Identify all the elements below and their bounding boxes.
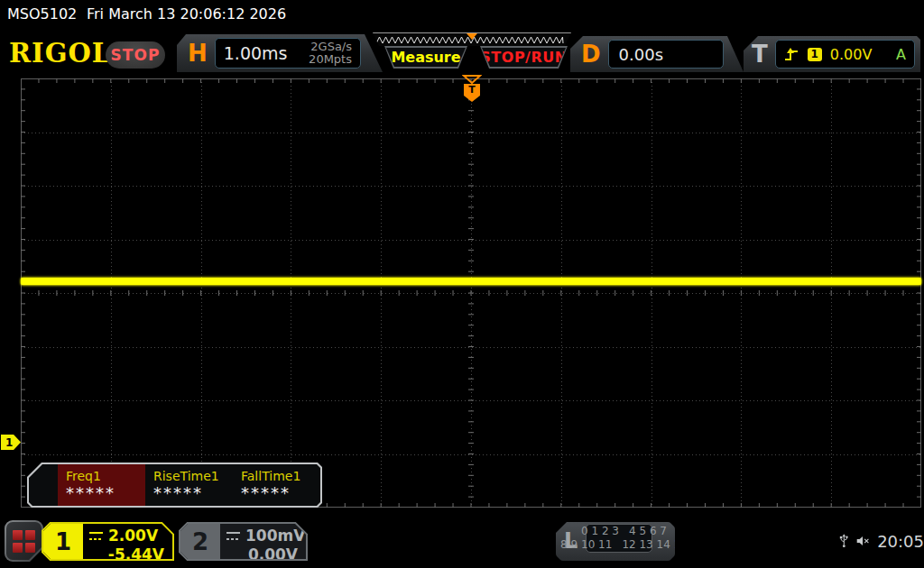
channel1-number: 1 (43, 524, 83, 559)
channel2-offset: 0.00V (220, 545, 306, 559)
timebase-value: 1.00ms (224, 43, 288, 63)
channel1-scale: 2.00V (108, 527, 158, 545)
logic-row2-left: 8 9 10 11 (560, 538, 612, 552)
datetime: Fri March 13 20:06:12 2026 (87, 5, 286, 23)
menu-grid-icon (13, 530, 35, 553)
trigger-position-label: T (464, 84, 480, 96)
graticule: T 1 (21, 78, 921, 508)
channel1-offset: -5.44V (83, 545, 172, 559)
trigger-level-value: 0.00V (830, 46, 873, 63)
channel2-scale: 100mV (245, 527, 305, 545)
clock: 20:05 (877, 532, 924, 551)
measurement-label: FallTime1 (241, 469, 320, 483)
run-state-indicator: STOP (106, 41, 165, 69)
acquisition-info: 2GSa/s20Mpts (309, 41, 352, 66)
delay-label: D (581, 41, 601, 68)
logic-row1-left: 0 1 2 3 (581, 525, 619, 538)
speaker-muted-icon[interactable] (856, 534, 871, 548)
channel2-widget[interactable]: 2 100mV 0.00V (179, 522, 308, 561)
measurement-value: ***** (153, 488, 233, 499)
logic-row2-right: 12 13 14 15 (622, 538, 688, 552)
trigger-value-box[interactable]: 1 0.00V A (775, 40, 915, 69)
horizontal-settings[interactable]: H 1.00ms 2GSa/s20Mpts (177, 34, 383, 72)
memory-depth: 20Mpts (309, 52, 352, 66)
measurement-panel[interactable]: Freq1 ***** RiseTime1 ***** FallTime1 **… (27, 463, 322, 508)
waveform-preview-strip[interactable] (373, 32, 571, 46)
sample-rate: 2GSa/s (310, 40, 352, 53)
status-bar: MSO5102 Fri March 13 20:06:12 2026 (0, 0, 924, 27)
measurement-value: ***** (66, 488, 145, 499)
logic-row1-right: 4 5 6 7 (629, 525, 667, 538)
dc-coupling-icon (89, 532, 103, 540)
trigger-mode-indicator: A (896, 46, 906, 63)
usb-icon (839, 530, 849, 552)
trigger-source-badge: 1 (808, 48, 822, 61)
measurement-item-falltime1[interactable]: FallTime1 ***** (233, 464, 320, 506)
rising-edge-trigger-icon (784, 48, 799, 61)
trigger-label: T (752, 41, 768, 68)
measure-button-label: Measure (386, 48, 466, 67)
trigger-position-marker[interactable]: T (462, 75, 482, 102)
preview-position-icon (467, 33, 477, 40)
system-tray: 20:05 (839, 527, 924, 554)
stop-run-button[interactable]: STOP/RUN (480, 46, 568, 69)
channel1-position-marker[interactable]: 1 (1, 435, 21, 450)
trigger-position-arrow-icon (462, 75, 482, 84)
trigger-position-point (464, 96, 480, 102)
channel1-trace (21, 278, 921, 285)
measurement-label: Freq1 (66, 469, 145, 483)
delay-settings[interactable]: D 0.00s (570, 36, 744, 72)
model-name: MSO5102 (7, 5, 77, 23)
oscilloscope-screen: MSO5102 Fri March 13 20:06:12 2026 RIGOL… (0, 0, 924, 568)
menu-button[interactable] (5, 520, 43, 562)
delay-value: 0.00s (619, 45, 663, 64)
timebase-box[interactable]: 1.00ms 2GSa/s20Mpts (215, 38, 361, 69)
dc-coupling-icon (226, 532, 240, 540)
channel1-widget[interactable]: 1 2.00V -5.44V (42, 522, 174, 561)
stop-run-button-label: STOP/RUN (482, 48, 566, 67)
horizontal-label: H (188, 40, 208, 67)
trigger-settings[interactable]: T 1 0.00V A (744, 36, 920, 72)
measurement-value: ***** (241, 488, 320, 499)
logic-channels-widget[interactable]: L 0 1 2 34 5 6 7 8 9 10 1112 13 14 15 (556, 522, 675, 561)
measurement-item-risetime1[interactable]: RiseTime1 ***** (145, 464, 233, 506)
delay-value-box[interactable]: 0.00s (608, 40, 724, 69)
logic-channel-numbers: 0 1 2 34 5 6 7 8 9 10 1112 13 14 15 (586, 524, 652, 553)
graticule-grid (21, 78, 921, 508)
measure-button[interactable]: Measure (384, 46, 467, 69)
measurement-label: RiseTime1 (153, 469, 233, 483)
rigol-logo: RIGOL (9, 38, 111, 69)
measurement-item-freq1[interactable]: Freq1 ***** (58, 464, 145, 506)
channel2-number: 2 (180, 524, 220, 559)
